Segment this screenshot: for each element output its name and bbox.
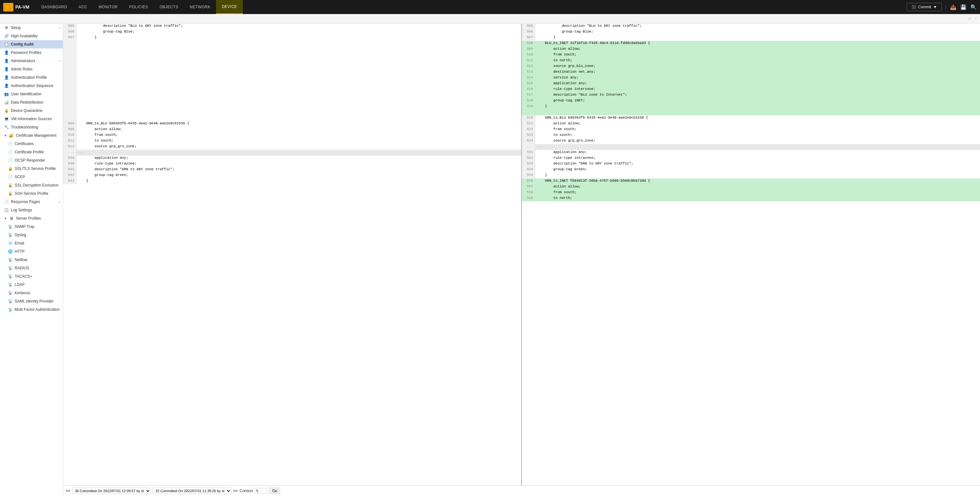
diff-line: 507 } <box>522 35 980 41</box>
sidebar-item-kerberos[interactable]: 📡 Kerberos <box>0 289 63 297</box>
nav-objects[interactable]: OBJECTS <box>154 0 184 14</box>
sidebar-item-response-pages[interactable]: 📄 Response Pages <box>0 198 63 206</box>
sidebar-item-ssl-decryption-exclusion[interactable]: 🔒 SSL Decryption Exclusion <box>0 181 63 189</box>
line-number: 507 <box>522 35 535 41</box>
sidebar-item-log-settings[interactable]: 📋 Log Settings <box>0 206 63 214</box>
line-content: to south; <box>535 132 980 138</box>
prev-arrow[interactable]: << <box>66 489 70 493</box>
sidebar-item-authentication-sequence[interactable]: 👤 Authentication Sequence <box>0 81 63 90</box>
refresh-icon[interactable]: ⟳ <box>968 16 972 21</box>
sidebar-item-label: VM Information Sources <box>11 116 52 121</box>
sidebar-item-label: RADIUS <box>15 266 29 270</box>
line-number <box>63 110 76 115</box>
go-button[interactable]: Go <box>269 488 280 494</box>
line-content <box>76 58 521 64</box>
commit-button[interactable]: ⬛ Commit ▼ <box>907 3 942 11</box>
admin-icon: 👤 <box>4 58 9 64</box>
sidebar-item-label: Multi Factor Authentication <box>15 307 60 312</box>
diff-line: 558 from south; <box>522 190 980 196</box>
sidebar-item-setup[interactable]: ⚙ Setup <box>0 24 63 32</box>
nav-dashboard[interactable]: DASHBOARD <box>36 0 73 14</box>
sidebar-item-scep[interactable]: 📄 SCEP <box>0 173 63 181</box>
line-content: } <box>535 104 980 110</box>
line-number <box>63 52 76 58</box>
nav-acc[interactable]: ACC <box>73 0 93 14</box>
sidebar-item-tacacs+[interactable]: 📡 TACACS+ <box>0 272 63 281</box>
nav-device[interactable]: DEVICE <box>216 0 243 14</box>
context-label: Context <box>240 489 253 493</box>
sidebar-item-vm-information-sources[interactable]: 💻 VM Information Sources <box>0 115 63 123</box>
left-commit-select[interactable]: 36 Committed On 2022/07/31 12:09:57 by s… <box>72 488 151 494</box>
diff-line: 506 group-tag Blue; <box>522 29 980 35</box>
line-number: 523 <box>522 132 535 138</box>
sidebar-item-ldap[interactable]: 📡 LDAP <box>0 281 63 289</box>
role-icon: 👤 <box>4 67 9 72</box>
sidebar-item-email[interactable]: 📧 Email <box>0 239 63 247</box>
line-content: description "BLU zone to Internet"; <box>535 93 980 98</box>
sidebar-item-ssl-tls-service-profile[interactable]: 🔒 SSL/TLS Service Profile <box>0 164 63 173</box>
nav-network[interactable]: NETWORK <box>184 0 216 14</box>
sidebar-item-saml-identity-provider[interactable]: 📡 SAML Identity Provider <box>0 297 63 305</box>
sidebar-item-certificate-management[interactable]: ▼ 🔐 Certificate Management <box>0 131 63 140</box>
line-content: group-tag Blue; <box>76 29 521 35</box>
sidebar-item-radius[interactable]: 📡 RADIUS <box>0 264 63 272</box>
sidebar-item-admin-roles[interactable]: 👤 Admin Roles <box>0 65 63 73</box>
help-icon[interactable]: ? <box>974 16 977 21</box>
diff-line: 519 } <box>522 104 980 110</box>
line-content: ... <box>76 150 521 156</box>
next-arrow[interactable]: >> <box>233 489 238 493</box>
sidebar-item-server-profiles[interactable]: ▼ 🖥 Server Profiles <box>0 214 63 223</box>
sidebar-item-label: Kerberos <box>15 291 30 295</box>
right-commit-select[interactable]: 32 Committed On 2022/07/31 11:39:26 by s… <box>153 488 231 494</box>
sidebar-item-netflow[interactable]: 📡 Netflow <box>0 256 63 264</box>
sidebar-item-label: Administrators <box>11 59 35 63</box>
sidebar-item-user-identification[interactable]: 👥 User Identification <box>0 90 63 98</box>
diff-left-pane[interactable]: 505 description "BLU to GRY zone traffic… <box>63 24 521 485</box>
save-icon[interactable]: 💾 <box>960 4 967 10</box>
diff-line: 553 description "GRN to GRY zone traffic… <box>522 161 980 167</box>
line-content: } <box>535 173 980 179</box>
sidebar-item-label: SAML Identity Provider <box>15 299 54 303</box>
sidebar-item-ssh-service-profile[interactable]: 🔒 SSH Service Profile <box>0 189 63 198</box>
sidebar-item-high-availability[interactable]: 🔗 High Availability <box>0 32 63 40</box>
line-content: to south; <box>76 138 521 144</box>
sidebar-item-certificates[interactable]: 📄 Certificates <box>0 140 63 148</box>
vm-icon: 💻 <box>4 116 9 121</box>
password-icon: 👤 <box>4 50 9 55</box>
sidebar-item-syslog[interactable]: 📡 Syslog <box>0 231 63 239</box>
sidebar-item-http[interactable]: 🌐 HTTP <box>0 247 63 256</box>
search-icon[interactable]: 🔍 <box>970 4 977 10</box>
diff-right-pane[interactable]: 505 description "BLU to GRY zone traffic… <box>521 24 980 485</box>
diff-line <box>63 81 521 87</box>
line-number: 539 <box>63 156 76 161</box>
line-content <box>76 115 521 121</box>
sidebar-item-label: OCSP Responder <box>15 158 45 163</box>
diff-line: 554 group-tag Green; <box>522 167 980 173</box>
sidebar-item-data-redistribution[interactable]: 📊 Data Redistribution <box>0 98 63 107</box>
line-number: 552 <box>522 156 535 161</box>
line-content: action allow; <box>535 184 980 190</box>
line-number: 511 <box>63 138 76 144</box>
upload-icon[interactable]: 📤 <box>950 4 956 10</box>
diff-line: 505 description "BLU to GRY zone traffic… <box>522 24 980 29</box>
sidebar-item-snmp-trap[interactable]: 📡 SNMP Trap <box>0 223 63 231</box>
sidebar-item-ocsp-responder[interactable]: 📄 OCSP Responder <box>0 156 63 164</box>
sidebar-item-password-profiles[interactable]: 👤 Password Profiles <box>0 48 63 57</box>
line-number: 558 <box>522 190 535 196</box>
nav-monitor[interactable]: MONITOR <box>93 0 123 14</box>
sidebar-item-device-quarantine[interactable]: 🔒 Device Quarantine <box>0 107 63 115</box>
line-number: 510 <box>522 52 535 58</box>
netflow-icon: 📡 <box>8 257 13 262</box>
sidebar-item-administrators[interactable]: 👤 Administrators <box>0 57 63 65</box>
sidebar-item-config-audit[interactable]: 📋 Config Audit <box>0 40 63 48</box>
syslog-icon: 📡 <box>8 232 13 238</box>
sidebar-item-troubleshooting[interactable]: 🔧 Troubleshooting <box>0 123 63 131</box>
sidebar-item-label: Syslog <box>15 233 26 237</box>
sidebar-item-authentication-profile[interactable]: 👤 Authentication Profile <box>0 73 63 81</box>
nav-policies[interactable]: POLICIES <box>123 0 154 14</box>
line-number <box>63 46 76 52</box>
log-icon: 📋 <box>4 207 9 213</box>
context-input[interactable] <box>255 488 267 494</box>
sidebar-item-multi-factor-authentication[interactable]: 📡 Multi Factor Authentication <box>0 305 63 314</box>
sidebar-item-certificate-profile[interactable]: 📄 Certificate Profile <box>0 148 63 156</box>
